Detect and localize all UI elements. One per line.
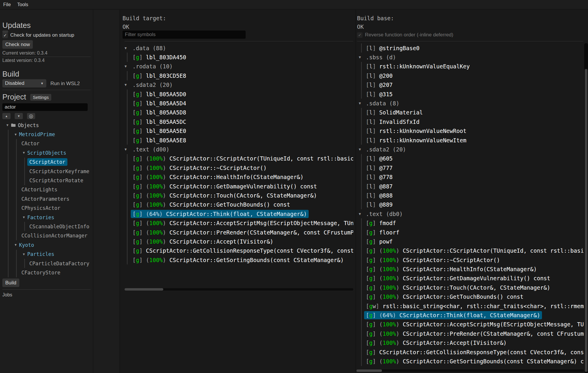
down-arrow-icon: ▼	[17, 114, 20, 118]
symbol-row[interactable]: [l] rstl::kUnknownValueNewRoot	[356, 126, 584, 136]
project-settings-button[interactable]: Settings	[30, 94, 51, 101]
symbol-row[interactable]: [g] (100%) CScriptActor::HealthInfo(CSta…	[356, 264, 584, 274]
section-row-.sdata[interactable]: ▼.sdata (8)	[356, 99, 584, 108]
tree-item-CActorLights[interactable]: CActorLights	[0, 185, 93, 194]
symbol-row[interactable]: [l] @888	[356, 191, 584, 200]
symbol-row[interactable]: [l] @207	[356, 80, 584, 90]
symbol-row[interactable]: [g] (100%) CScriptActor::Touch(CActor&, …	[120, 191, 353, 200]
symbol-row[interactable]: [g] (100%) CScriptActor::AcceptScriptMsg…	[356, 320, 584, 329]
symbol-row[interactable]: [g] lbl_805AA5E8	[120, 136, 353, 145]
symbol-row[interactable]: [g] (100%) CScriptActor::~CScriptActor()	[120, 163, 353, 172]
tree-item-CScriptActor[interactable]: CScriptActor	[0, 158, 93, 167]
symbol-row[interactable]: [g] lbl_805AA5D4	[120, 99, 353, 108]
tree-item-CActorParameters[interactable]: CActorParameters	[0, 194, 93, 203]
symbol-name: CScriptActor::CScriptActor(TUniqueId, co…	[169, 155, 353, 162]
match-percent: 100%	[149, 238, 163, 245]
tree-item-CPhysicsActor[interactable]: CPhysicsActor	[0, 204, 93, 213]
symbol-row[interactable]: [l] @778	[356, 172, 584, 181]
tree-item-CScriptActorKeyframe[interactable]: CScriptActorKeyframe	[0, 167, 93, 176]
symbol-row[interactable]: [l] rstl::kUnknownValueEqualKey	[356, 62, 584, 71]
tree-item-Particles[interactable]: ▼Particles	[0, 249, 93, 259]
symbol-row[interactable]: [g] CScriptActor::GetCollisionResponseTy…	[356, 347, 584, 357]
symbol-row[interactable]: [g] (100%) CScriptActor::GetSortingBound…	[356, 357, 584, 366]
tree-item-CParticleDataFactory[interactable]: CParticleDataFactory	[0, 259, 93, 268]
symbol-row[interactable]: [l] @stringBase0	[356, 43, 584, 53]
tree-item-ScriptObjects[interactable]: ▼ScriptObjects	[0, 148, 93, 157]
menu-tools[interactable]: Tools	[14, 0, 31, 9]
base-hscrollbar-track[interactable]	[356, 369, 584, 372]
tree-item-Kyoto[interactable]: ▼Kyoto	[0, 240, 93, 249]
symbol-row[interactable]: [gw] rstl::basic_string<char, rstl::char…	[356, 301, 584, 310]
symbol-row[interactable]: [l] @605	[356, 154, 584, 163]
tree-item-CScriptActorRotate[interactable]: CScriptActorRotate	[0, 176, 93, 185]
tree-item-Objects[interactable]: ▼Objects	[0, 121, 93, 130]
section-row-.sdata2[interactable]: ▼.sdata2 (20)	[120, 80, 353, 90]
section-row-.sdata2[interactable]: ▼.sdata2 (20)	[356, 145, 584, 154]
symbol-row[interactable]: [g] lbl_805AA5DC	[120, 117, 353, 126]
symbol-row[interactable]: [g] (100%) CScriptActor::PreRender(CStat…	[120, 228, 353, 237]
expand-arrow-icon: ▼	[359, 147, 361, 151]
symbol-row[interactable]: [l] @200	[356, 71, 584, 80]
tree-item-CCollisionActorManager[interactable]: CCollisionActorManager	[0, 231, 93, 240]
next-match-button[interactable]: ▼	[15, 113, 23, 119]
symbol-row[interactable]: [g] lbl_805AA5D0	[120, 90, 353, 99]
filter-symbols-input[interactable]	[123, 31, 246, 39]
symbol-row[interactable]: [g] (100%) CScriptActor::Accept(IVisitor…	[120, 237, 353, 246]
divider	[125, 41, 353, 41]
section-row-.sbss[interactable]: ▼.sbss (d)	[356, 53, 584, 62]
symbol-row[interactable]: [g] (100%) CScriptActor::GetSortingBound…	[120, 255, 353, 264]
tree-item-MetroidPrime[interactable]: ▼MetroidPrime	[0, 130, 93, 139]
symbol-row[interactable]: [l] rstl::kUnknownValueNewItem	[356, 136, 584, 145]
symbol-row[interactable]: [g] CScriptActor::GetCollisionResponseTy…	[120, 246, 353, 255]
symbol-row[interactable]: [g] (100%) CScriptActor::CScriptActor(TU…	[120, 154, 353, 163]
tree-item-CActor[interactable]: CActor	[0, 139, 93, 148]
symbol-row[interactable]: [g] (100%) CScriptActor::AcceptScriptMsg…	[120, 218, 353, 227]
symbol-row[interactable]: [l] @889	[356, 200, 584, 209]
symbol-row[interactable]: [g] (64%) CScriptActor::Think(float, CSt…	[120, 209, 353, 218]
symbol-row[interactable]: [g] (100%) CScriptActor::GetDamageVulner…	[120, 182, 353, 191]
symbol-row[interactable]: [l] @777	[356, 163, 584, 172]
target-hscrollbar-thumb[interactable]	[125, 288, 163, 291]
base-hscrollbar-thumb[interactable]	[356, 369, 382, 372]
symbol-row[interactable]: [g] (100%) CScriptActor::HealthInfo(CSta…	[120, 172, 353, 181]
locate-current-button[interactable]: ◎	[27, 113, 35, 119]
symbol-row[interactable]: [g] (100%) CScriptActor::Touch(CActor&, …	[356, 283, 584, 292]
tree-item-CFactoryStore[interactable]: CFactoryStore	[0, 268, 93, 277]
symbol-row[interactable]: [g] lbl_803CD5E8	[120, 71, 353, 80]
build-mode-dropdown[interactable]: Disabled ▼	[2, 79, 46, 87]
reverse-order-checkbox[interactable]: ✓ Reverse function order (-inline deferr…	[357, 32, 453, 38]
symbol-row[interactable]: [g] lbl_803DA450	[120, 53, 353, 62]
checkbox-checked-icon[interactable]: ✓	[2, 33, 8, 38]
tree-item-Factories[interactable]: ▼Factories	[0, 213, 93, 222]
tree-item-CScannableObjectInfo[interactable]: CScannableObjectInfo	[0, 222, 93, 231]
symbol-row[interactable]: [g] (100%) CScriptActor::CScriptActor(TU…	[356, 246, 584, 255]
symbol-row[interactable]: [g] (100%) CScriptActor::GetTouchBounds(…	[120, 200, 353, 209]
symbol-row[interactable]: [g] floorf	[356, 228, 584, 237]
updates-startup-checkbox[interactable]: ✓ Check for updates on startup	[2, 32, 74, 38]
symbol-row[interactable]: [g] powf	[356, 237, 584, 246]
section-row-.text[interactable]: ▼.text (db0)	[356, 209, 584, 218]
current-version: Current version: 0.3.4	[2, 50, 47, 56]
symbol-row[interactable]: [l] InvalidSfxId	[356, 117, 584, 126]
symbol-row[interactable]: [l] SolidMaterial	[356, 108, 584, 117]
symbol-row[interactable]: [g] (100%) CScriptActor::~CScriptActor()	[356, 255, 584, 264]
symbol-row[interactable]: [g] lbl_805AA5D8	[120, 108, 353, 117]
menu-file[interactable]: File	[0, 0, 14, 9]
project-search-input[interactable]	[2, 103, 88, 111]
base-vscrollbar-thumb[interactable]	[585, 69, 587, 372]
check-now-button[interactable]: Check now	[2, 40, 33, 49]
section-row-.rodata[interactable]: ▼.rodata (10)	[120, 62, 353, 71]
symbol-row[interactable]: [l] @887	[356, 182, 584, 191]
symbol-row[interactable]: [g] (100%) CScriptActor::GetDamageVulner…	[356, 274, 584, 283]
prev-match-button[interactable]: ▲	[2, 113, 11, 119]
symbol-row[interactable]: [g] (100%) CScriptActor::PreRender(CStat…	[356, 329, 584, 338]
symbol-row[interactable]: [g] fmodf	[356, 218, 584, 227]
symbol-row[interactable]: [g] (100%) CScriptActor::Accept(IVisitor…	[356, 338, 584, 347]
symbol-row[interactable]: [g] (64%) CScriptActor::Think(float, CSt…	[356, 310, 584, 320]
section-row-.data[interactable]: ▼.data (88)	[120, 43, 353, 53]
symbol-row[interactable]: [g] lbl_805AA5E0	[120, 126, 353, 136]
build-button[interactable]: Build	[2, 279, 19, 287]
section-row-.text[interactable]: ▼.text (d00)	[120, 145, 353, 154]
symbol-row[interactable]: [g] (100%) CScriptActor::GetTouchBounds(…	[356, 292, 584, 301]
symbol-row[interactable]: [l] @315	[356, 90, 584, 99]
